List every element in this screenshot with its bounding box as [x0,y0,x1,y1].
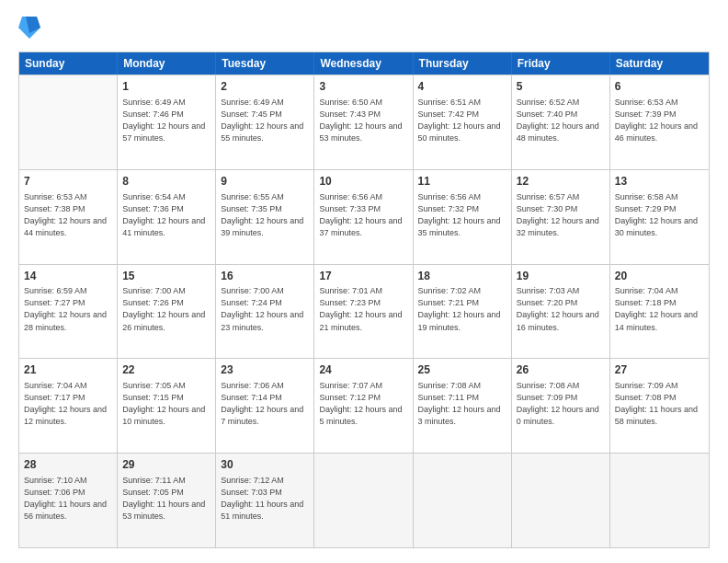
day-number: 21 [24,362,112,378]
calendar-cell-5: 5Sunrise: 6:52 AMSunset: 7:40 PMDaylight… [512,75,610,169]
day-number: 5 [517,79,605,95]
header-day-tuesday: Tuesday [216,52,314,75]
day-number: 6 [615,79,704,95]
calendar-cell-17: 17Sunrise: 7:01 AMSunset: 7:23 PMDayligh… [314,265,413,359]
day-info: Sunrise: 7:08 AMSunset: 7:11 PMDaylight:… [418,380,506,428]
calendar-row-4: 21Sunrise: 7:04 AMSunset: 7:17 PMDayligh… [19,358,709,453]
calendar-cell-empty-4-6 [610,454,709,547]
day-info: Sunrise: 7:04 AMSunset: 7:17 PMDaylight:… [24,380,112,428]
calendar-cell-6: 6Sunrise: 6:53 AMSunset: 7:39 PMDaylight… [610,75,709,169]
day-number: 23 [221,362,309,378]
day-number: 25 [418,362,506,378]
calendar-cell-empty-0-0 [19,75,118,169]
calendar-row-1: 1Sunrise: 6:49 AMSunset: 7:46 PMDaylight… [19,75,709,169]
calendar-cell-29: 29Sunrise: 7:11 AMSunset: 7:05 PMDayligh… [118,454,216,547]
day-info: Sunrise: 7:03 AMSunset: 7:20 PMDaylight:… [517,285,605,333]
day-info: Sunrise: 7:02 AMSunset: 7:21 PMDaylight:… [418,285,506,333]
day-info: Sunrise: 6:54 AMSunset: 7:36 PMDaylight:… [122,191,210,239]
day-info: Sunrise: 6:56 AMSunset: 7:33 PMDaylight:… [319,191,407,239]
calendar-cell-15: 15Sunrise: 7:00 AMSunset: 7:26 PMDayligh… [118,265,216,359]
calendar-cell-9: 9Sunrise: 6:55 AMSunset: 7:35 PMDaylight… [216,170,314,264]
day-number: 30 [221,457,309,473]
day-info: Sunrise: 7:04 AMSunset: 7:18 PMDaylight:… [615,285,704,333]
header-day-sunday: Sunday [19,52,118,75]
day-info: Sunrise: 7:10 AMSunset: 7:06 PMDaylight:… [24,475,112,523]
calendar-header: SundayMondayTuesdayWednesdayThursdayFrid… [19,52,709,75]
day-info: Sunrise: 6:55 AMSunset: 7:35 PMDaylight:… [221,191,309,239]
day-info: Sunrise: 6:49 AMSunset: 7:45 PMDaylight:… [221,97,309,144]
day-number: 17 [319,269,407,284]
day-number: 13 [615,174,704,190]
header-day-thursday: Thursday [414,52,512,75]
header-day-saturday: Saturday [610,52,709,75]
day-number: 16 [221,269,309,284]
calendar-cell-18: 18Sunrise: 7:02 AMSunset: 7:21 PMDayligh… [414,265,512,359]
day-info: Sunrise: 7:07 AMSunset: 7:12 PMDaylight:… [319,380,407,428]
day-number: 8 [122,174,210,190]
day-number: 14 [24,269,112,284]
calendar-cell-19: 19Sunrise: 7:03 AMSunset: 7:20 PMDayligh… [512,265,610,359]
day-number: 19 [517,269,605,284]
calendar-cell-empty-4-4 [414,454,512,547]
day-info: Sunrise: 6:52 AMSunset: 7:40 PMDaylight:… [517,97,605,144]
day-number: 9 [221,174,309,190]
calendar-cell-24: 24Sunrise: 7:07 AMSunset: 7:12 PMDayligh… [314,359,413,453]
calendar-cell-10: 10Sunrise: 6:56 AMSunset: 7:33 PMDayligh… [314,170,413,264]
day-info: Sunrise: 7:00 AMSunset: 7:24 PMDaylight:… [221,285,309,333]
day-number: 29 [122,457,210,473]
day-number: 20 [615,269,704,284]
calendar-cell-26: 26Sunrise: 7:08 AMSunset: 7:09 PMDayligh… [512,359,610,453]
calendar-cell-20: 20Sunrise: 7:04 AMSunset: 7:18 PMDayligh… [610,265,709,359]
day-info: Sunrise: 7:01 AMSunset: 7:23 PMDaylight:… [319,285,407,333]
header [18,15,710,40]
calendar-cell-1: 1Sunrise: 6:49 AMSunset: 7:46 PMDaylight… [118,75,216,169]
header-day-wednesday: Wednesday [314,52,413,75]
day-info: Sunrise: 7:00 AMSunset: 7:26 PMDaylight:… [122,285,210,333]
day-info: Sunrise: 6:58 AMSunset: 7:29 PMDaylight:… [615,191,704,239]
day-number: 2 [221,79,309,95]
calendar-cell-16: 16Sunrise: 7:00 AMSunset: 7:24 PMDayligh… [216,265,314,359]
calendar-cell-14: 14Sunrise: 6:59 AMSunset: 7:27 PMDayligh… [19,265,118,359]
calendar-cell-30: 30Sunrise: 7:12 AMSunset: 7:03 PMDayligh… [216,454,314,547]
header-day-monday: Monday [118,52,216,75]
day-number: 24 [319,362,407,378]
day-number: 3 [319,79,407,95]
day-number: 28 [24,457,112,473]
day-info: Sunrise: 6:53 AMSunset: 7:38 PMDaylight:… [24,191,112,239]
calendar-cell-23: 23Sunrise: 7:06 AMSunset: 7:14 PMDayligh… [216,359,314,453]
calendar-cell-13: 13Sunrise: 6:58 AMSunset: 7:29 PMDayligh… [610,170,709,264]
day-info: Sunrise: 7:06 AMSunset: 7:14 PMDaylight:… [221,380,309,428]
day-number: 11 [418,174,506,190]
day-info: Sunrise: 7:12 AMSunset: 7:03 PMDaylight:… [221,475,309,523]
calendar: SundayMondayTuesdayWednesdayThursdayFrid… [18,52,710,548]
day-number: 18 [418,269,506,284]
day-number: 10 [319,174,407,190]
day-number: 1 [122,79,210,95]
day-info: Sunrise: 6:50 AMSunset: 7:43 PMDaylight:… [319,97,407,144]
calendar-cell-25: 25Sunrise: 7:08 AMSunset: 7:11 PMDayligh… [414,359,512,453]
day-number: 26 [517,362,605,378]
header-day-friday: Friday [512,52,610,75]
calendar-row-3: 14Sunrise: 6:59 AMSunset: 7:27 PMDayligh… [19,264,709,359]
logo [18,15,44,40]
calendar-row-2: 7Sunrise: 6:53 AMSunset: 7:38 PMDaylight… [19,169,709,264]
calendar-cell-empty-4-5 [512,454,610,547]
day-number: 4 [418,79,506,95]
day-number: 22 [122,362,210,378]
day-info: Sunrise: 6:51 AMSunset: 7:42 PMDaylight:… [418,97,506,144]
calendar-cell-4: 4Sunrise: 6:51 AMSunset: 7:42 PMDaylight… [414,75,512,169]
calendar-cell-empty-4-3 [314,454,413,547]
day-info: Sunrise: 6:56 AMSunset: 7:32 PMDaylight:… [418,191,506,239]
day-number: 7 [24,174,112,190]
calendar-row-5: 28Sunrise: 7:10 AMSunset: 7:06 PMDayligh… [19,453,709,547]
calendar-body: 1Sunrise: 6:49 AMSunset: 7:46 PMDaylight… [19,75,709,547]
calendar-cell-7: 7Sunrise: 6:53 AMSunset: 7:38 PMDaylight… [19,170,118,264]
calendar-cell-21: 21Sunrise: 7:04 AMSunset: 7:17 PMDayligh… [19,359,118,453]
page: SundayMondayTuesdayWednesdayThursdayFrid… [0,0,728,563]
calendar-cell-2: 2Sunrise: 6:49 AMSunset: 7:45 PMDaylight… [216,75,314,169]
day-info: Sunrise: 7:08 AMSunset: 7:09 PMDaylight:… [517,380,605,428]
day-info: Sunrise: 7:09 AMSunset: 7:08 PMDaylight:… [615,380,704,428]
day-info: Sunrise: 7:05 AMSunset: 7:15 PMDaylight:… [122,380,210,428]
day-info: Sunrise: 6:53 AMSunset: 7:39 PMDaylight:… [615,97,704,144]
calendar-cell-11: 11Sunrise: 6:56 AMSunset: 7:32 PMDayligh… [414,170,512,264]
